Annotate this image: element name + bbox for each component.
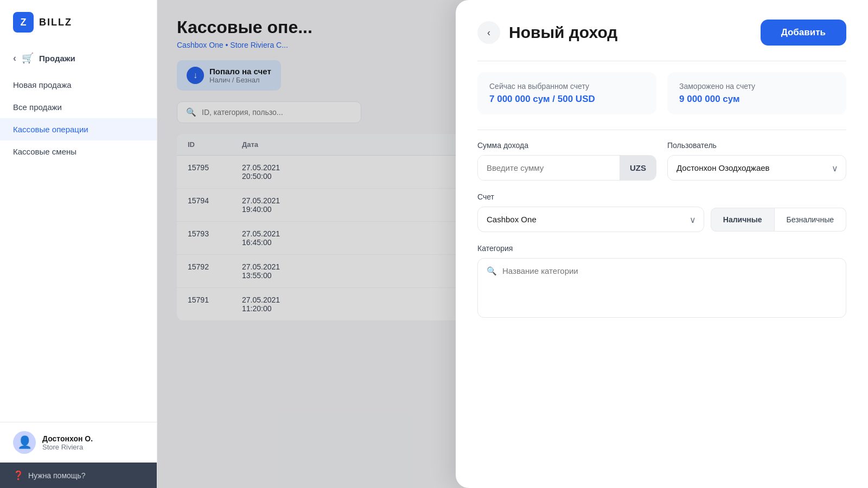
balance-current-label: Сейчас на выбранном счету: [489, 82, 644, 91]
modal-new-income: ‹ Новый доход Добавить Сейчас на выбранн…: [456, 0, 868, 488]
currency-badge: UZS: [620, 156, 656, 180]
payment-cashless-button[interactable]: Безналичные: [775, 208, 846, 232]
amount-input-wrap: UZS: [477, 155, 656, 181]
account-select[interactable]: Cashbox One: [478, 207, 704, 232]
sidebar-item-cash-shifts[interactable]: Кассовые смены: [0, 140, 157, 163]
payment-type-group: Наличные Безналичные: [711, 208, 846, 232]
category-search-box: 🔍: [477, 258, 846, 318]
logo: Z BILLZ: [0, 0, 157, 44]
sidebar-section-label: Продажи: [39, 54, 75, 63]
sidebar-footer: 👤 Достонхон О. Store Riviera ❓ Нужна пом…: [0, 422, 157, 488]
add-income-button[interactable]: Добавить: [761, 20, 846, 46]
modal-back-button[interactable]: ‹: [477, 21, 500, 44]
modal-title: Новый доход: [509, 23, 617, 42]
help-label: Нужна помощь?: [28, 471, 85, 480]
main-content: Кассовые опе... Cashbox One • Store Rivi…: [157, 0, 868, 488]
sidebar-section-sales[interactable]: ‹ 🛒 Продажи: [0, 44, 157, 72]
back-arrow-icon: ‹: [13, 53, 16, 64]
divider-top: [477, 61, 846, 61]
help-icon: ❓: [13, 470, 24, 480]
balance-current-value: 7 000 000 сум / 500 USD: [489, 94, 644, 105]
sidebar-item-cash-ops[interactable]: Кассовые операции: [0, 118, 157, 140]
amount-input[interactable]: [478, 156, 620, 180]
sidebar: Z BILLZ ‹ 🛒 Продажи Новая продажа Все пр…: [0, 0, 157, 488]
user-name: Достонхон О.: [42, 434, 93, 443]
sidebar-help[interactable]: ❓ Нужна помощь?: [0, 463, 157, 488]
account-label: Счет: [477, 192, 846, 201]
sidebar-item-all-sales[interactable]: Все продажи: [0, 96, 157, 118]
balance-row: Сейчас на выбранном счету 7 000 000 сум …: [477, 72, 846, 114]
sidebar-user: 👤 Достонхон О. Store Riviera: [0, 422, 157, 463]
form-row-amount-user: Сумма дохода UZS Пользователь Достонхон …: [477, 141, 846, 181]
account-section: Счет Cashbox One ∨ Наличные Безналичные: [477, 192, 846, 232]
form-field-user: Пользователь Достонхон Озодходжаев ∨: [667, 141, 846, 181]
sidebar-nav: Новая продажа Все продажи Кассовые опера…: [0, 74, 157, 163]
user-store: Store Riviera: [42, 443, 93, 451]
category-section: Категория 🔍: [477, 244, 846, 318]
amount-label: Сумма дохода: [477, 141, 656, 150]
category-search-input[interactable]: [502, 266, 837, 275]
balance-frozen-card: Заморожено на счету 9 000 000 сум: [667, 72, 846, 114]
user-select-wrap: Достонхон Озодходжаев ∨: [667, 155, 846, 181]
search-icon: 🔍: [487, 266, 497, 276]
balance-frozen-value: 9 000 000 сум: [679, 94, 834, 105]
account-select-wrap: Cashbox One ∨: [477, 207, 704, 232]
balance-current-card: Сейчас на выбранном счету 7 000 000 сум …: [477, 72, 656, 114]
sidebar-item-new-sale[interactable]: Новая продажа: [0, 74, 157, 96]
logo-text: BILLZ: [39, 17, 72, 28]
modal-header-left: ‹ Новый доход: [477, 21, 617, 44]
logo-icon: Z: [13, 12, 34, 33]
user-select[interactable]: Достонхон Озодходжаев: [668, 156, 846, 180]
modal-header: ‹ Новый доход Добавить: [477, 20, 846, 46]
user-info: Достонхон О. Store Riviera: [42, 434, 93, 451]
account-row: Cashbox One ∨ Наличные Безналичные: [477, 207, 846, 232]
avatar: 👤: [13, 431, 36, 454]
payment-cash-button[interactable]: Наличные: [711, 208, 775, 232]
form-field-amount: Сумма дохода UZS: [477, 141, 656, 181]
sales-icon: 🛒: [22, 52, 34, 64]
balance-frozen-label: Заморожено на счету: [679, 82, 834, 91]
category-label: Категория: [477, 244, 846, 253]
user-label: Пользователь: [667, 141, 846, 150]
divider-mid: [477, 130, 846, 130]
